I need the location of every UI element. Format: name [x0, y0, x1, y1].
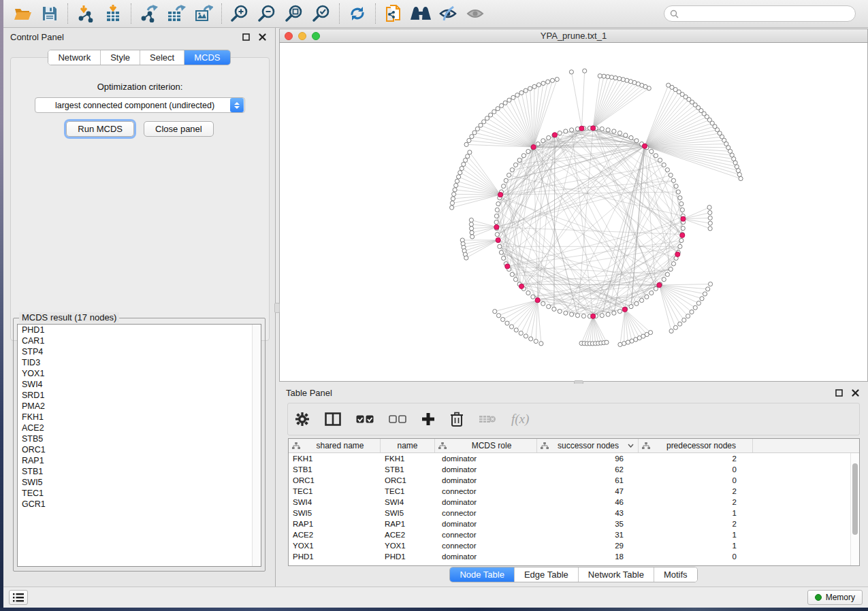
cell-mcds-role: dominator: [435, 520, 537, 528]
delete-table-icon[interactable]: [479, 409, 496, 429]
function-builder-icon[interactable]: f(x): [511, 409, 529, 429]
select-all-rows-icon[interactable]: [356, 409, 374, 429]
float-table-panel-icon[interactable]: [833, 389, 845, 398]
criterion-dropdown[interactable]: largest connected component (undirected): [35, 97, 245, 113]
mcds-result-item[interactable]: SWI5: [18, 477, 261, 488]
table-row[interactable]: ORC1ORC1dominator610: [289, 475, 850, 486]
zoom-in-icon[interactable]: [226, 2, 253, 25]
table-scrollbar-thumb[interactable]: [852, 463, 858, 535]
open-file-icon[interactable]: [9, 2, 36, 25]
mcds-result-item[interactable]: STB1: [18, 466, 261, 477]
close-table-panel-icon[interactable]: [849, 389, 861, 398]
mcds-result-item[interactable]: STP4: [18, 346, 261, 357]
table-row[interactable]: FKH1FKH1dominator962: [289, 453, 850, 464]
float-panel-icon[interactable]: [240, 33, 252, 42]
network-leaf-node: [489, 113, 493, 117]
apply-layout-icon[interactable]: [344, 2, 371, 25]
table-row[interactable]: RAP1RAP1dominator352: [289, 518, 850, 529]
table-row[interactable]: SWI4SWI4dominator462: [289, 497, 850, 508]
export-network-icon[interactable]: [135, 2, 163, 25]
memory-button[interactable]: Memory: [807, 590, 863, 605]
clone-network-icon[interactable]: [380, 2, 407, 25]
close-panel-button[interactable]: Close panel: [144, 121, 214, 137]
search-field[interactable]: [664, 5, 856, 22]
tab-motifs[interactable]: Motifs: [654, 567, 697, 582]
zoom-fit-icon[interactable]: [280, 2, 308, 25]
network-node: [502, 184, 506, 188]
network-node: [617, 131, 622, 135]
import-table-icon[interactable]: [99, 2, 127, 25]
table-scrollbar[interactable]: [850, 453, 859, 565]
tab-mcds[interactable]: MCDS: [184, 50, 229, 65]
mcds-result-item[interactable]: TEC1: [18, 488, 261, 499]
task-history-icon[interactable]: [9, 590, 28, 605]
network-canvas[interactable]: [279, 43, 868, 382]
tab-select[interactable]: Select: [140, 50, 184, 65]
mcds-list-scrollbar[interactable]: [252, 325, 261, 566]
table-tabs: Node Table Edge Table Network Table Moti…: [279, 567, 868, 582]
network-graph[interactable]: [280, 43, 867, 381]
table-settings-icon[interactable]: [295, 409, 310, 429]
network-leaf-node: [598, 73, 602, 78]
delete-columns-icon[interactable]: [450, 409, 464, 429]
mcds-result-item[interactable]: CAR1: [18, 335, 261, 346]
tab-edge-table[interactable]: Edge Table: [515, 567, 579, 582]
column-header-MCDS-role[interactable]: MCDS role: [435, 439, 537, 452]
zoom-out-icon[interactable]: [253, 2, 280, 25]
panel-splitter-grip[interactable]: [274, 303, 280, 313]
table-row[interactable]: YOX1YOX1connector291: [289, 540, 850, 551]
column-header-successor-nodes[interactable]: successor nodes: [537, 439, 639, 452]
network-leaf-node: [469, 227, 473, 231]
cell-name: SWI4: [381, 498, 435, 506]
mcds-result-item[interactable]: ORC1: [18, 444, 261, 455]
toggle-column-panel-icon[interactable]: [325, 409, 341, 429]
tab-network[interactable]: Network: [48, 50, 101, 65]
create-column-icon[interactable]: [421, 409, 435, 429]
tab-node-table[interactable]: Node Table: [450, 567, 515, 582]
column-header-name[interactable]: name: [381, 439, 435, 452]
mcds-result-item[interactable]: PMA2: [18, 401, 261, 412]
network-mcds-node: [591, 314, 596, 318]
mcds-result-item[interactable]: GCR1: [18, 499, 261, 510]
column-header-predecessor-nodes[interactable]: predecessor nodes: [639, 439, 753, 452]
column-header-shared-name[interactable]: shared name: [289, 439, 381, 452]
mcds-result-list[interactable]: PHD1CAR1STP4TID3YOX1SWI4SRD1PMA2FKH1ACE2…: [17, 324, 261, 567]
zoom-selected-icon[interactable]: [308, 2, 335, 25]
cell-successor-nodes: 61: [537, 476, 639, 484]
mcds-result-item[interactable]: ACE2: [18, 423, 261, 433]
tab-network-table[interactable]: Network Table: [579, 567, 654, 582]
window-close-traffic-light[interactable]: [285, 32, 293, 40]
network-node: [575, 313, 579, 317]
first-neighbors-icon[interactable]: [407, 2, 434, 25]
network-leaf-node: [529, 337, 533, 341]
import-network-icon[interactable]: [72, 2, 99, 25]
table-row[interactable]: TEC1TEC1connector472: [289, 486, 850, 497]
table-row[interactable]: STB1STB1dominator620: [289, 464, 850, 475]
window-minimize-traffic-light[interactable]: [298, 32, 306, 40]
table-header-row: shared namename MCDS role successor node…: [289, 439, 859, 453]
mcds-result-item[interactable]: TID3: [18, 357, 261, 368]
save-session-icon[interactable]: [36, 2, 63, 25]
mcds-result-item[interactable]: STB5: [18, 433, 261, 444]
mcds-result-item[interactable]: PHD1: [18, 325, 261, 335]
network-node: [634, 139, 639, 143]
table-row[interactable]: SWI5SWI5connector431: [289, 508, 850, 518]
mcds-result-item[interactable]: FKH1: [18, 412, 261, 423]
tab-style[interactable]: Style: [101, 50, 140, 65]
table-row[interactable]: ACE2ACE2connector311: [289, 529, 850, 540]
mcds-result-item[interactable]: SWI4: [18, 379, 261, 390]
export-table-icon[interactable]: [163, 2, 190, 25]
run-mcds-button[interactable]: Run MCDS: [66, 121, 134, 137]
mcds-result-item[interactable]: YOX1: [18, 368, 261, 379]
hide-selected-icon[interactable]: [434, 2, 462, 25]
export-image-icon[interactable]: [190, 2, 217, 25]
table-row[interactable]: PHD1PHD1dominator180: [289, 551, 850, 562]
search-input[interactable]: [679, 9, 850, 18]
mcds-result-item[interactable]: RAP1: [18, 455, 261, 466]
mcds-result-item[interactable]: SRD1: [18, 390, 261, 401]
show-all-icon[interactable]: [462, 2, 489, 25]
deselect-all-rows-icon[interactable]: [389, 409, 406, 429]
window-zoom-traffic-light[interactable]: [312, 32, 320, 40]
network-window-titlebar[interactable]: YPA_prune.txt_1: [279, 29, 868, 43]
close-panel-icon[interactable]: [256, 33, 268, 42]
